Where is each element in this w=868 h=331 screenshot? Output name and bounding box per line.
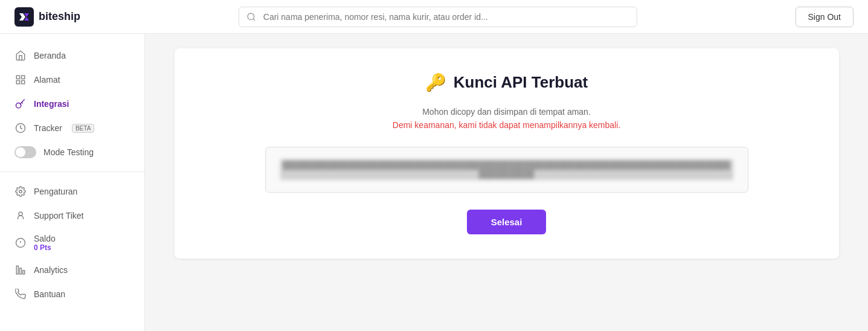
- gear-icon: [14, 185, 27, 198]
- mode-testing-toggle[interactable]: [14, 146, 36, 158]
- key-icon: 🔑: [425, 72, 446, 92]
- sidebar-item-saldo[interactable]: Saldo 0 Pts: [0, 228, 144, 258]
- address-icon: [14, 74, 27, 86]
- sidebar-label-pengaturan: Pengaturan: [34, 187, 77, 196]
- sidebar-item-beranda[interactable]: Beranda: [0, 43, 144, 68]
- sidebar-item-tracker[interactable]: Tracker BETA: [0, 116, 144, 140]
- svg-rect-2: [22, 76, 25, 79]
- search-bar[interactable]: [239, 7, 637, 27]
- card-title: 🔑 Kunci API Terbuat: [425, 72, 588, 92]
- saldo-container: Saldo 0 Pts: [34, 234, 56, 252]
- sign-out-button[interactable]: Sign Out: [796, 7, 854, 27]
- sidebar-item-support-tiket[interactable]: Support Tiket: [0, 204, 144, 228]
- phone-icon: [14, 288, 27, 300]
- sidebar-item-integrasi[interactable]: Integrasi: [0, 92, 144, 116]
- app-layout: Beranda Alamat Integrasi Tracker BETA Mo…: [0, 34, 868, 331]
- api-key-card: 🔑 Kunci API Terbuat Mohon dicopy dan dis…: [175, 48, 839, 259]
- api-key-box: ████████████████████████████████████████…: [265, 147, 748, 193]
- support-icon: [14, 210, 27, 222]
- sidebar-label-alamat: Alamat: [34, 75, 60, 85]
- sidebar-divider: [0, 172, 144, 172]
- svg-rect-12: [16, 266, 18, 274]
- svg-rect-3: [16, 81, 19, 84]
- sidebar-label-tracker: Tracker: [34, 123, 62, 133]
- selesai-button[interactable]: Selesai: [467, 210, 547, 234]
- main-content: 🔑 Kunci API Terbuat Mohon dicopy dan dis…: [145, 34, 868, 331]
- sidebar-item-analytics[interactable]: Analytics: [0, 258, 144, 282]
- saldo-pts: 0 Pts: [34, 243, 56, 252]
- svg-rect-1: [16, 76, 19, 79]
- card-warning: Demi keamanan, kami tidak dapat menampil…: [393, 120, 620, 130]
- tracker-icon: [14, 122, 27, 134]
- sidebar-label-mode-testing: Mode Testing: [43, 147, 94, 157]
- svg-point-7: [19, 190, 22, 193]
- svg-point-8: [19, 212, 22, 216]
- card-title-text: Kunci API Terbuat: [454, 73, 588, 92]
- home-icon: [14, 50, 27, 62]
- sidebar: Beranda Alamat Integrasi Tracker BETA Mo…: [0, 34, 145, 331]
- sidebar-item-mode-testing[interactable]: Mode Testing: [0, 140, 144, 164]
- logo-icon: [14, 7, 34, 27]
- sidebar-item-alamat[interactable]: Alamat: [0, 68, 144, 92]
- sidebar-item-bantuan[interactable]: Bantuan: [0, 282, 144, 306]
- saldo-icon: [14, 237, 27, 249]
- svg-rect-13: [20, 268, 22, 274]
- sidebar-label-bantuan: Bantuan: [34, 289, 65, 299]
- card-subtitle: Mohon dicopy dan disimpan di tempat aman…: [422, 107, 591, 117]
- api-key-value[interactable]: ████████████████████████████████████████…: [280, 159, 733, 180]
- sidebar-label-analytics: Analytics: [34, 265, 68, 275]
- logo: biteship: [14, 7, 80, 27]
- svg-rect-4: [22, 81, 25, 84]
- sidebar-label-beranda: Beranda: [34, 51, 66, 60]
- sidebar-label-support-tiket: Support Tiket: [34, 211, 84, 220]
- beta-badge: BETA: [72, 124, 94, 133]
- sidebar-label-saldo: Saldo: [34, 234, 56, 243]
- svg-rect-14: [23, 271, 25, 274]
- logo-text: biteship: [39, 10, 80, 23]
- analytics-icon: [14, 264, 27, 276]
- sidebar-label-integrasi: Integrasi: [34, 99, 69, 109]
- key-nav-icon: [14, 98, 27, 110]
- header: biteship Sign Out: [0, 0, 868, 34]
- sidebar-item-pengaturan[interactable]: Pengaturan: [0, 179, 144, 204]
- search-input[interactable]: [239, 7, 637, 27]
